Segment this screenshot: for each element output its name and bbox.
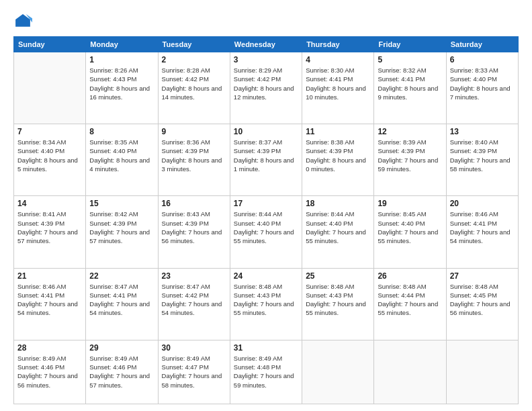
day-info: Sunrise: 8:48 AMSunset: 4:44 PMDaylight:… xyxy=(378,282,442,318)
day-info: Sunrise: 8:32 AMSunset: 4:41 PMDaylight:… xyxy=(378,66,442,101)
day-number: 4 xyxy=(306,55,370,64)
calendar-cell: 2Sunrise: 8:28 AMSunset: 4:42 PMDaylight… xyxy=(158,52,230,124)
day-number: 17 xyxy=(234,199,298,208)
calendar-cell: 31Sunrise: 8:49 AMSunset: 4:48 PMDayligh… xyxy=(230,340,302,404)
day-number: 16 xyxy=(162,199,226,208)
calendar-cell: 9Sunrise: 8:36 AMSunset: 4:39 PMDaylight… xyxy=(158,124,230,196)
day-info: Sunrise: 8:28 AMSunset: 4:42 PMDaylight:… xyxy=(162,66,226,101)
calendar-cell: 27Sunrise: 8:48 AMSunset: 4:45 PMDayligh… xyxy=(446,268,518,340)
calendar-cell: 29Sunrise: 8:49 AMSunset: 4:46 PMDayligh… xyxy=(86,340,158,404)
day-number: 2 xyxy=(162,55,226,64)
day-number: 27 xyxy=(450,271,515,281)
day-number: 29 xyxy=(89,343,154,353)
day-info: Sunrise: 8:47 AMSunset: 4:42 PMDaylight:… xyxy=(162,282,226,318)
calendar-cell: 18Sunrise: 8:44 AMSunset: 4:40 PMDayligh… xyxy=(302,196,374,268)
calendar-cell xyxy=(374,340,446,404)
calendar-cell xyxy=(446,340,518,404)
day-info: Sunrise: 8:40 AMSunset: 4:39 PMDaylight:… xyxy=(450,138,515,173)
calendar-cell: 22Sunrise: 8:47 AMSunset: 4:41 PMDayligh… xyxy=(86,268,158,340)
calendar-cell xyxy=(14,52,86,124)
weekday-header-thursday: Thursday xyxy=(302,37,374,52)
calendar-cell: 11Sunrise: 8:38 AMSunset: 4:39 PMDayligh… xyxy=(302,124,374,196)
day-number: 21 xyxy=(17,271,82,281)
day-number: 11 xyxy=(306,127,370,136)
day-info: Sunrise: 8:26 AMSunset: 4:43 PMDaylight:… xyxy=(89,66,154,101)
day-info: Sunrise: 8:38 AMSunset: 4:39 PMDaylight:… xyxy=(306,138,370,173)
weekday-header-sunday: Sunday xyxy=(14,37,86,52)
day-number: 22 xyxy=(89,271,154,281)
day-info: Sunrise: 8:39 AMSunset: 4:39 PMDaylight:… xyxy=(378,138,442,173)
logo xyxy=(13,12,35,31)
calendar-cell: 1Sunrise: 8:26 AMSunset: 4:43 PMDaylight… xyxy=(86,52,158,124)
day-number: 8 xyxy=(89,127,154,136)
day-number: 28 xyxy=(17,343,82,353)
day-info: Sunrise: 8:48 AMSunset: 4:45 PMDaylight:… xyxy=(450,282,515,318)
day-info: Sunrise: 8:49 AMSunset: 4:48 PMDaylight:… xyxy=(234,354,298,390)
logo-icon xyxy=(13,12,32,31)
day-number: 7 xyxy=(17,127,82,136)
calendar-cell: 19Sunrise: 8:45 AMSunset: 4:40 PMDayligh… xyxy=(374,196,446,268)
day-number: 5 xyxy=(378,55,442,64)
calendar-week-2: 7Sunrise: 8:34 AMSunset: 4:40 PMDaylight… xyxy=(14,124,519,196)
day-number: 14 xyxy=(17,199,82,208)
day-info: Sunrise: 8:42 AMSunset: 4:39 PMDaylight:… xyxy=(89,210,154,245)
day-info: Sunrise: 8:47 AMSunset: 4:41 PMDaylight:… xyxy=(89,282,154,318)
calendar-cell: 16Sunrise: 8:43 AMSunset: 4:39 PMDayligh… xyxy=(158,196,230,268)
weekday-header-wednesday: Wednesday xyxy=(230,37,302,52)
calendar-week-5: 28Sunrise: 8:49 AMSunset: 4:46 PMDayligh… xyxy=(14,340,519,404)
day-info: Sunrise: 8:29 AMSunset: 4:42 PMDaylight:… xyxy=(234,66,298,101)
day-info: Sunrise: 8:35 AMSunset: 4:40 PMDaylight:… xyxy=(89,138,154,173)
calendar-cell xyxy=(302,340,374,404)
calendar-cell: 28Sunrise: 8:49 AMSunset: 4:46 PMDayligh… xyxy=(14,340,86,404)
calendar-cell: 21Sunrise: 8:46 AMSunset: 4:41 PMDayligh… xyxy=(14,268,86,340)
day-info: Sunrise: 8:46 AMSunset: 4:41 PMDaylight:… xyxy=(17,282,82,318)
day-number: 31 xyxy=(234,343,298,353)
calendar-cell: 6Sunrise: 8:33 AMSunset: 4:40 PMDaylight… xyxy=(446,52,518,124)
weekday-header-monday: Monday xyxy=(86,37,158,52)
calendar-cell: 8Sunrise: 8:35 AMSunset: 4:40 PMDaylight… xyxy=(86,124,158,196)
day-info: Sunrise: 8:44 AMSunset: 4:40 PMDaylight:… xyxy=(234,210,298,245)
calendar-week-1: 1Sunrise: 8:26 AMSunset: 4:43 PMDaylight… xyxy=(14,52,519,124)
day-number: 19 xyxy=(378,199,442,208)
calendar-week-3: 14Sunrise: 8:41 AMSunset: 4:39 PMDayligh… xyxy=(14,196,519,268)
calendar-cell: 12Sunrise: 8:39 AMSunset: 4:39 PMDayligh… xyxy=(374,124,446,196)
calendar-cell: 20Sunrise: 8:46 AMSunset: 4:41 PMDayligh… xyxy=(446,196,518,268)
day-number: 24 xyxy=(234,271,298,281)
day-info: Sunrise: 8:34 AMSunset: 4:40 PMDaylight:… xyxy=(17,138,82,173)
day-info: Sunrise: 8:48 AMSunset: 4:43 PMDaylight:… xyxy=(234,282,298,318)
day-number: 20 xyxy=(450,199,515,208)
day-number: 13 xyxy=(450,127,515,136)
day-number: 30 xyxy=(162,343,226,353)
day-info: Sunrise: 8:36 AMSunset: 4:39 PMDaylight:… xyxy=(162,138,226,173)
header xyxy=(13,12,519,31)
calendar-cell: 15Sunrise: 8:42 AMSunset: 4:39 PMDayligh… xyxy=(86,196,158,268)
page: SundayMondayTuesdayWednesdayThursdayFrid… xyxy=(0,0,532,411)
weekday-header-friday: Friday xyxy=(374,37,446,52)
day-info: Sunrise: 8:44 AMSunset: 4:40 PMDaylight:… xyxy=(306,210,370,245)
day-info: Sunrise: 8:33 AMSunset: 4:40 PMDaylight:… xyxy=(450,66,515,101)
day-number: 10 xyxy=(234,127,298,136)
calendar-table: SundayMondayTuesdayWednesdayThursdayFrid… xyxy=(13,36,519,404)
calendar-cell: 4Sunrise: 8:30 AMSunset: 4:41 PMDaylight… xyxy=(302,52,374,124)
calendar-cell: 14Sunrise: 8:41 AMSunset: 4:39 PMDayligh… xyxy=(14,196,86,268)
day-number: 6 xyxy=(450,55,515,64)
day-info: Sunrise: 8:49 AMSunset: 4:47 PMDaylight:… xyxy=(162,354,226,390)
calendar-cell: 5Sunrise: 8:32 AMSunset: 4:41 PMDaylight… xyxy=(374,52,446,124)
calendar-cell: 25Sunrise: 8:48 AMSunset: 4:43 PMDayligh… xyxy=(302,268,374,340)
day-info: Sunrise: 8:37 AMSunset: 4:39 PMDaylight:… xyxy=(234,138,298,173)
calendar-cell: 23Sunrise: 8:47 AMSunset: 4:42 PMDayligh… xyxy=(158,268,230,340)
day-number: 12 xyxy=(378,127,442,136)
day-info: Sunrise: 8:46 AMSunset: 4:41 PMDaylight:… xyxy=(450,210,515,245)
day-number: 26 xyxy=(378,271,442,281)
day-number: 23 xyxy=(162,271,226,281)
calendar-cell: 30Sunrise: 8:49 AMSunset: 4:47 PMDayligh… xyxy=(158,340,230,404)
day-number: 3 xyxy=(234,55,298,64)
day-info: Sunrise: 8:41 AMSunset: 4:39 PMDaylight:… xyxy=(17,210,82,245)
day-info: Sunrise: 8:43 AMSunset: 4:39 PMDaylight:… xyxy=(162,210,226,245)
calendar-cell: 3Sunrise: 8:29 AMSunset: 4:42 PMDaylight… xyxy=(230,52,302,124)
calendar-cell: 24Sunrise: 8:48 AMSunset: 4:43 PMDayligh… xyxy=(230,268,302,340)
calendar-cell: 13Sunrise: 8:40 AMSunset: 4:39 PMDayligh… xyxy=(446,124,518,196)
day-info: Sunrise: 8:49 AMSunset: 4:46 PMDaylight:… xyxy=(17,354,82,390)
weekday-header-tuesday: Tuesday xyxy=(158,37,230,52)
day-number: 18 xyxy=(306,199,370,208)
